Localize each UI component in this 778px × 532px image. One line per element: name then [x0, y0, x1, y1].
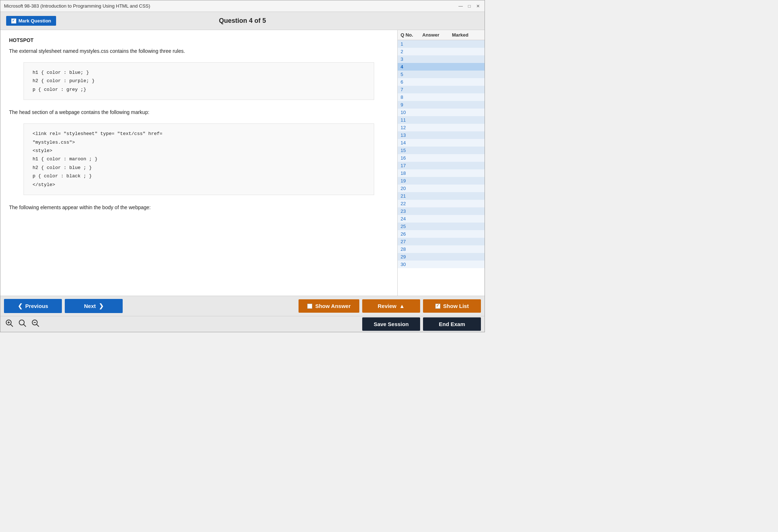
sidebar-row-num: 13	[401, 132, 422, 138]
question-title: Question 4 of 5	[219, 17, 266, 25]
save-session-button[interactable]: Save Session	[362, 317, 420, 331]
show-answer-button[interactable]: Show Answer	[299, 299, 359, 313]
mark-question-button[interactable]: Mark Question	[6, 16, 56, 26]
footer-bar: ❮ Previous Next ❯ Show Answer Review ▲ S…	[0, 296, 485, 316]
sidebar-row[interactable]: 23	[398, 207, 485, 215]
sidebar-row-num: 11	[401, 117, 422, 123]
sidebar-row-num: 1	[401, 41, 422, 47]
sidebar-row[interactable]: 11	[398, 116, 485, 124]
sidebar-row[interactable]: 28	[398, 245, 485, 253]
title-bar: Microsoft 98-383 (Introduction to Progra…	[0, 0, 485, 12]
sidebar-row[interactable]: 25	[398, 223, 485, 230]
sidebar-header-qno: Q No.	[401, 32, 422, 38]
mark-checkbox-icon	[11, 18, 16, 24]
code2-line2: "mystyles.css">	[33, 138, 365, 147]
sidebar-row[interactable]: 20	[398, 185, 485, 192]
sidebar-row[interactable]: 30	[398, 261, 485, 268]
sidebar-row[interactable]: 16	[398, 154, 485, 162]
sidebar-row[interactable]: 4	[398, 63, 485, 71]
sidebar-row[interactable]: 24	[398, 215, 485, 223]
sidebar: Q No. Answer Marked 12345678910111213141…	[398, 30, 485, 296]
show-list-button[interactable]: Show List	[423, 299, 481, 313]
sidebar-row[interactable]: 8	[398, 93, 485, 101]
sidebar-row-num: 7	[401, 87, 422, 92]
end-exam-button[interactable]: End Exam	[423, 317, 481, 331]
zoom-controls	[4, 318, 41, 330]
sidebar-row[interactable]: 22	[398, 200, 485, 207]
sidebar-row[interactable]: 12	[398, 124, 485, 131]
zoom-icon	[18, 319, 26, 327]
sidebar-row[interactable]: 9	[398, 101, 485, 109]
code2-line4: h1 { color : maroon ; }	[33, 155, 365, 163]
sidebar-header-marked: Marked	[452, 32, 482, 38]
previous-button[interactable]: ❮ Previous	[4, 299, 62, 313]
sidebar-row[interactable]: 14	[398, 139, 485, 147]
code2-line1: <link rel= "stylesheet" type= "text/css"…	[33, 130, 365, 138]
zoom-reset-button[interactable]	[17, 318, 28, 330]
sidebar-row[interactable]: 29	[398, 253, 485, 261]
sidebar-row[interactable]: 13	[398, 131, 485, 139]
sidebar-row-num: 30	[401, 262, 422, 267]
save-session-label: Save Session	[374, 321, 409, 327]
sidebar-row[interactable]: 5	[398, 71, 485, 78]
sidebar-row[interactable]: 7	[398, 86, 485, 93]
window-controls: — □ ✕	[458, 3, 481, 9]
sidebar-row-num: 2	[401, 49, 422, 54]
sidebar-row-num: 4	[401, 64, 422, 69]
sidebar-row[interactable]: 2	[398, 48, 485, 55]
sidebar-row[interactable]: 6	[398, 78, 485, 86]
status-bar: Save Session End Exam	[0, 316, 485, 332]
zoom-out-button[interactable]	[30, 318, 41, 330]
svg-line-5	[24, 324, 26, 326]
svg-line-3	[10, 324, 13, 326]
show-answer-checkbox-icon	[307, 304, 312, 309]
question-intro2: The head section of a webpage contains t…	[9, 109, 389, 116]
main-area: HOTSPOT The external stylesheet named my…	[0, 30, 485, 296]
sidebar-row[interactable]: 21	[398, 192, 485, 200]
mark-question-label: Mark Question	[18, 18, 51, 24]
sidebar-row[interactable]: 3	[398, 55, 485, 63]
sidebar-row[interactable]: 1	[398, 40, 485, 48]
sidebar-row[interactable]: 10	[398, 109, 485, 116]
question-type-label: HOTSPOT	[9, 37, 389, 43]
sidebar-row[interactable]: 26	[398, 230, 485, 238]
code1-line2: h2 { color : purple; }	[33, 77, 365, 85]
sidebar-row-num: 5	[401, 72, 422, 77]
sidebar-row[interactable]: 18	[398, 169, 485, 177]
sidebar-scroll[interactable]: 1234567891011121314151617181920212223242…	[398, 40, 485, 268]
sidebar-row-num: 18	[401, 170, 422, 176]
header-bar: Mark Question Question 4 of 5	[0, 12, 485, 30]
question-intro: The external stylesheet named mystyles.c…	[9, 47, 389, 55]
zoom-in-button[interactable]	[4, 318, 15, 330]
show-answer-label: Show Answer	[315, 303, 351, 309]
maximize-button[interactable]: □	[466, 3, 472, 9]
sidebar-row[interactable]: 15	[398, 147, 485, 154]
sidebar-row-num: 20	[401, 186, 422, 191]
sidebar-row-num: 16	[401, 155, 422, 161]
review-button[interactable]: Review ▲	[362, 299, 420, 313]
window-title: Microsoft 98-383 (Introduction to Progra…	[4, 3, 150, 9]
sidebar-row-num: 28	[401, 246, 422, 252]
sidebar-row[interactable]: 19	[398, 177, 485, 185]
sidebar-row-num: 26	[401, 231, 422, 237]
sidebar-row-num: 24	[401, 216, 422, 221]
code2-line7: </style>	[33, 181, 365, 189]
review-arrow-icon: ▲	[399, 303, 405, 309]
zoom-out-icon	[31, 319, 39, 327]
next-button[interactable]: Next ❯	[65, 299, 123, 313]
sidebar-row-num: 8	[401, 94, 422, 100]
question-content: HOTSPOT The external stylesheet named my…	[0, 30, 398, 296]
close-button[interactable]: ✕	[475, 3, 481, 9]
zoom-in-icon	[5, 319, 13, 327]
sidebar-row-num: 15	[401, 148, 422, 153]
show-list-checkbox-icon	[435, 304, 440, 309]
sidebar-list-container: 1234567891011121314151617181920212223242…	[398, 40, 485, 268]
minimize-button[interactable]: —	[458, 3, 464, 9]
sidebar-row-num: 14	[401, 140, 422, 145]
sidebar-row[interactable]: 27	[398, 238, 485, 245]
sidebar-row-num: 21	[401, 193, 422, 199]
sidebar-row[interactable]: 17	[398, 162, 485, 169]
sidebar-row-num: 3	[401, 56, 422, 62]
sidebar-row-num: 6	[401, 79, 422, 85]
chevron-left-icon: ❮	[18, 303, 22, 309]
